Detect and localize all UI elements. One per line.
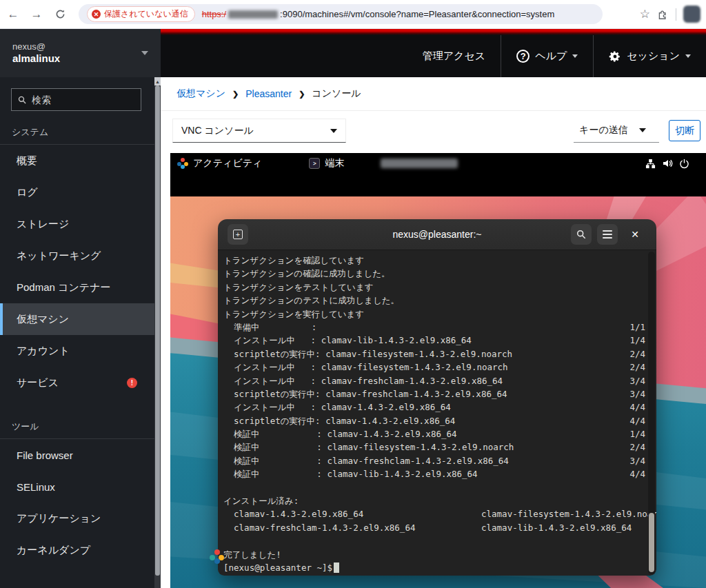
console-toolbar: VNC コンソール キーの送信 切断 bbox=[161, 111, 706, 153]
network-icon bbox=[645, 159, 656, 169]
help-label: ヘルプ bbox=[535, 50, 567, 63]
terminal-line: インストール中 : clamav-1.4.3-2.el9.x86_64 4/4 bbox=[223, 401, 645, 414]
browser-toolbar: ← → ✕ 保護されていない通信 https:/:9090/machines#/… bbox=[0, 0, 706, 29]
sidebar-item-services[interactable]: サービス ! bbox=[0, 367, 161, 398]
sidebar-search[interactable] bbox=[11, 88, 141, 111]
new-tab-button[interactable]: + bbox=[228, 224, 248, 245]
url-https: https:/ bbox=[202, 9, 226, 19]
terminal-line: トランザクションを実行しています bbox=[223, 307, 645, 321]
chevron-down-icon bbox=[572, 54, 578, 58]
chevron-right-icon: ❯ bbox=[232, 90, 239, 99]
sidebar-item-storage[interactable]: ストレージ bbox=[0, 208, 161, 240]
terminal-window: nexus@pleasanter:~ + ✕ bbox=[218, 219, 656, 576]
search-input[interactable] bbox=[32, 94, 134, 105]
terminal-line: clamav-freshclam-1.4.3-2.el9.x86_64 clam… bbox=[223, 521, 645, 534]
prompt-text: [nexus@pleasanter ~]$ bbox=[223, 562, 332, 573]
sidebar-item-file-browser[interactable]: File browser bbox=[0, 439, 161, 471]
session-label: セッション bbox=[627, 50, 680, 63]
sidebar-item-accounts[interactable]: アカウント bbox=[0, 335, 161, 367]
search-icon bbox=[576, 230, 586, 239]
terminal-line: インストール済み: bbox=[223, 494, 645, 507]
terminal-close-button[interactable]: ✕ bbox=[625, 224, 645, 245]
reload-icon[interactable] bbox=[50, 4, 70, 25]
chevron-down-icon bbox=[685, 54, 691, 58]
terminal-line: トランザクションのテストに成功しました。 bbox=[223, 294, 645, 307]
gnome-top-bar: アクティビティ > 端末 bbox=[170, 153, 706, 174]
terminal-menu-button[interactable] bbox=[597, 224, 618, 245]
extensions-icon[interactable] bbox=[657, 8, 669, 20]
console-type-select[interactable]: VNC コンソール bbox=[172, 119, 346, 143]
sidebar-item-applications[interactable]: アプリケーション bbox=[0, 503, 161, 534]
terminal-line: トランザクションをテストしています bbox=[223, 281, 645, 294]
sidebar-item-logs[interactable]: ログ bbox=[0, 176, 161, 208]
almalinux-logo-icon bbox=[210, 549, 225, 565]
terminal-line: 準備中 : 1/1 bbox=[223, 321, 645, 334]
help-menu[interactable]: ? ヘルプ bbox=[501, 35, 593, 77]
services-alert-badge: ! bbox=[127, 378, 137, 388]
security-warning-label: 保護されていない通信 bbox=[104, 8, 188, 20]
sidebar-item-podman[interactable]: Podman コンテナー bbox=[0, 272, 161, 303]
terminal-app-icon: > bbox=[309, 158, 320, 169]
terminal-line bbox=[223, 481, 645, 494]
disconnect-button[interactable]: 切断 bbox=[669, 120, 700, 141]
url-bar[interactable]: ✕ 保護されていない通信 https:/:9090/machines#/vm/c… bbox=[79, 4, 603, 24]
breadcrumb-virtual-machines[interactable]: 仮想マシン bbox=[176, 88, 225, 100]
sidebar-section-system: システム bbox=[0, 111, 161, 145]
gear-icon bbox=[609, 50, 621, 63]
masthead-user: nexus@ bbox=[12, 41, 60, 52]
scrollbar-thumb[interactable] bbox=[649, 513, 654, 572]
toolbar-divider bbox=[676, 8, 676, 21]
terminal-search-button[interactable] bbox=[571, 224, 592, 245]
sidebar-spacer bbox=[0, 398, 161, 416]
sidebar-item-networking[interactable]: ネットワーキング bbox=[0, 240, 161, 272]
session-menu[interactable]: セッション bbox=[593, 35, 706, 77]
clock-redacted[interactable] bbox=[381, 159, 458, 168]
chevron-down-icon bbox=[639, 128, 646, 132]
terminal-line: scriptletの実行中: clamav-1.4.3-2.el9.x86_64… bbox=[223, 414, 645, 427]
masthead-host: almalinux bbox=[12, 52, 60, 65]
system-tray[interactable] bbox=[645, 153, 689, 174]
admin-access-button[interactable]: 管理アクセス bbox=[407, 35, 501, 77]
send-key-label: キーの送信 bbox=[579, 124, 628, 136]
services-label: サービス bbox=[17, 376, 59, 389]
terminal-output[interactable]: トランザクションを確認しています トランザクションの確認に成功しました。 bbox=[218, 250, 656, 576]
chevron-down-icon bbox=[330, 129, 337, 133]
admin-access-label: 管理アクセス bbox=[423, 50, 485, 63]
security-warning-chip[interactable]: ✕ 保護されていない通信 bbox=[87, 6, 195, 22]
vnc-console[interactable]: アクティビティ > 端末 bbox=[170, 153, 706, 588]
terminal-line: トランザクションを確認しています bbox=[223, 254, 645, 267]
chevron-down-icon bbox=[141, 51, 148, 55]
host-switcher[interactable]: nexus@ almalinux bbox=[0, 29, 161, 77]
help-icon: ? bbox=[516, 50, 530, 63]
sidebar-item-virtual-machines[interactable]: 仮想マシン bbox=[0, 303, 161, 335]
terminal-titlebar[interactable]: nexus@pleasanter:~ + ✕ bbox=[218, 219, 656, 250]
sidebar-section-tools: ツール bbox=[0, 416, 161, 439]
breadcrumb-console: コンソール bbox=[312, 88, 361, 100]
sidebar-item-kernel-dump[interactable]: カーネルダンプ bbox=[0, 534, 161, 566]
terminal-line: 検証中 : clamav-filesystem-1.4.3-2.el9.noar… bbox=[223, 440, 645, 454]
send-key-dropdown[interactable]: キーの送信 bbox=[574, 119, 659, 143]
chevron-right-icon: ❯ bbox=[299, 90, 305, 99]
terminal-line: インストール中 : clamav-lib-1.4.3-2.el9.x86_64 … bbox=[223, 334, 645, 347]
forward-icon[interactable]: → bbox=[26, 4, 47, 25]
profile-avatar[interactable] bbox=[683, 6, 700, 23]
url-host-redacted bbox=[228, 10, 278, 19]
sidebar-item-overview[interactable]: 概要 bbox=[0, 145, 161, 176]
bookmark-star-icon[interactable]: ☆ bbox=[640, 7, 650, 21]
back-icon[interactable]: ← bbox=[3, 4, 23, 25]
terminal-line bbox=[223, 534, 645, 547]
scroll-up-arrow-icon[interactable]: ▲ bbox=[154, 77, 161, 85]
breadcrumb-vm-name[interactable]: Pleasanter bbox=[245, 88, 292, 99]
terminal-scrollbar[interactable] bbox=[648, 252, 655, 574]
terminal-app-label: 端末 bbox=[325, 157, 344, 170]
url-text: https:/:9090/machines#/vm/console?name=P… bbox=[202, 9, 555, 19]
sidebar-scrollbar[interactable]: ▲ bbox=[154, 77, 161, 588]
scrollbar-thumb[interactable] bbox=[155, 85, 160, 576]
terminal-line: トランザクションの確認に成功しました。 bbox=[223, 267, 645, 280]
terminal-app-button[interactable]: > 端末 bbox=[309, 157, 344, 170]
insecure-icon: ✕ bbox=[92, 10, 101, 19]
sidebar-item-selinux[interactable]: SELinux bbox=[0, 471, 161, 503]
terminal-line: 検証中 : clamav-1.4.3-2.el9.x86_64 1/4 bbox=[223, 427, 645, 440]
activities-button[interactable]: アクティビティ bbox=[177, 157, 262, 170]
masthead: nexus@ almalinux 管理アクセス ? ヘルプ セッション bbox=[0, 29, 706, 77]
